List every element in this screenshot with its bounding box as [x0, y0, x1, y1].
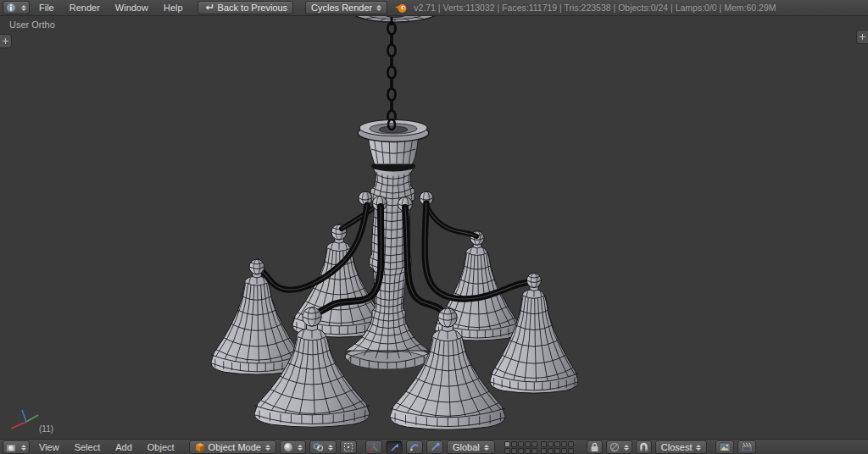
plus-icon: [860, 34, 865, 40]
proportional-edit-select[interactable]: [606, 440, 632, 454]
layers-widget[interactable]: [504, 441, 577, 454]
manipulate-center-points-toggle[interactable]: [340, 440, 357, 454]
layer-toggle[interactable]: [525, 441, 531, 447]
back-to-previous-button[interactable]: Back to Previous: [198, 1, 294, 14]
back-arrow-icon: [203, 3, 214, 12]
lock-icon: [590, 442, 599, 452]
spinner-arrows: [376, 5, 381, 11]
menu-view[interactable]: View: [31, 442, 67, 452]
scene-lock-toggle[interactable]: [587, 440, 603, 454]
menu-file[interactable]: File: [31, 3, 62, 13]
manipulator-scale-toggle[interactable]: [426, 440, 443, 454]
layer-toggle[interactable]: [525, 448, 531, 454]
proportional-edit-icon: [609, 442, 620, 452]
axis-x-line: [11, 422, 26, 429]
layer-toggle[interactable]: [554, 448, 560, 454]
lamp-shade-left[interactable]: [211, 259, 303, 374]
axis-z-line: [22, 410, 26, 422]
layer-toggle[interactable]: [518, 448, 524, 454]
menu-add[interactable]: Add: [108, 442, 140, 452]
layer-group: [504, 441, 537, 454]
menu-select[interactable]: Select: [67, 442, 108, 452]
spinner-arrows: [328, 445, 333, 451]
column-top-cup[interactable]: [358, 119, 429, 164]
view3d-editor-icon: [6, 442, 17, 452]
spinner-arrows: [624, 445, 629, 451]
menu-object[interactable]: Object: [140, 442, 182, 452]
viewport-shading-select[interactable]: [280, 440, 306, 454]
render-image-icon: [719, 442, 731, 452]
snap-target-select[interactable]: Closest: [655, 440, 708, 454]
layer-toggle[interactable]: [561, 448, 567, 454]
opengl-render-animation-button[interactable]: [737, 440, 756, 454]
render-animation-clapper-icon: [741, 442, 753, 452]
arm-back-right[interactable]: [425, 202, 476, 236]
pivot-point-icon: [313, 442, 324, 452]
snap-toggle[interactable]: [636, 440, 652, 454]
transform-orientation-select[interactable]: Global: [447, 440, 495, 454]
opengl-render-still-button[interactable]: [715, 440, 734, 454]
spinner-arrows: [21, 5, 26, 11]
spinner-arrows: [265, 445, 270, 451]
manipulator-toggle[interactable]: [365, 440, 382, 454]
layer-toggle[interactable]: [554, 441, 560, 447]
layer-toggle[interactable]: [531, 441, 537, 447]
layer-toggle[interactable]: [541, 441, 547, 447]
properties-expand-handle[interactable]: [856, 30, 868, 44]
info-header: File Render Window Help Back to Previous…: [0, 0, 868, 16]
view-orientation-label: User Ortho: [9, 19, 55, 30]
layer-toggle[interactable]: [504, 448, 510, 454]
axis-y-line: [26, 415, 38, 422]
spinner-arrows: [21, 445, 26, 451]
editor-type-selector-info[interactable]: [3, 1, 30, 14]
manipulator-translate-toggle[interactable]: [386, 440, 403, 454]
menu-help[interactable]: Help: [156, 3, 191, 13]
manipulator-axes-icon: [369, 442, 379, 452]
mode-select[interactable]: Object Mode: [189, 440, 276, 454]
menu-render[interactable]: Render: [62, 3, 108, 13]
shading-sphere-icon: [283, 442, 293, 452]
blender-logo-icon: [394, 3, 407, 14]
layer-toggle[interactable]: [548, 448, 554, 454]
view-axis-gizmo: [3, 405, 47, 440]
layer-toggle[interactable]: [511, 441, 517, 447]
pivot-point-select[interactable]: [309, 440, 337, 454]
menu-window[interactable]: Window: [108, 3, 156, 13]
hanging-chain[interactable]: [387, 17, 395, 129]
scale-icon: [430, 442, 440, 452]
layer-toggle[interactable]: [511, 448, 517, 454]
snap-magnet-icon: [639, 442, 648, 452]
spinner-arrows: [696, 445, 701, 451]
info-editor-icon: [6, 3, 17, 13]
layer-toggle[interactable]: [548, 441, 554, 447]
center-points-icon: [343, 442, 353, 452]
layer-toggle[interactable]: [518, 441, 524, 447]
manipulator-rotate-toggle[interactable]: [406, 440, 423, 454]
object-mode-cube-icon: [195, 442, 205, 452]
rotate-arc-icon: [409, 442, 420, 452]
layer-toggle[interactable]: [561, 441, 567, 447]
editor-type-selector-3dview[interactable]: [3, 440, 30, 454]
layer-group: [541, 441, 574, 454]
spinner-arrows: [298, 445, 303, 451]
render-engine-select[interactable]: Cycles Render: [305, 1, 387, 14]
layer-toggle[interactable]: [568, 448, 574, 454]
layer-toggle[interactable]: [568, 441, 574, 447]
viewport-3d-scene[interactable]: [0, 0, 868, 454]
central-column[interactable]: [345, 161, 430, 370]
translate-arrow-icon: [389, 442, 399, 452]
scene-statistics: v2.71 | Verts:113032 | Faces:111719 | Tr…: [414, 3, 776, 13]
layer-toggle[interactable]: [541, 448, 547, 454]
view3d-header: View Select Add Object Object Mode: [0, 439, 868, 454]
plus-icon: [3, 38, 8, 44]
spinner-arrows: [484, 445, 489, 451]
toolshelf-expand-handle[interactable]: [0, 34, 12, 48]
layer-toggle[interactable]: [531, 448, 537, 454]
layer-toggle[interactable]: [504, 441, 510, 447]
